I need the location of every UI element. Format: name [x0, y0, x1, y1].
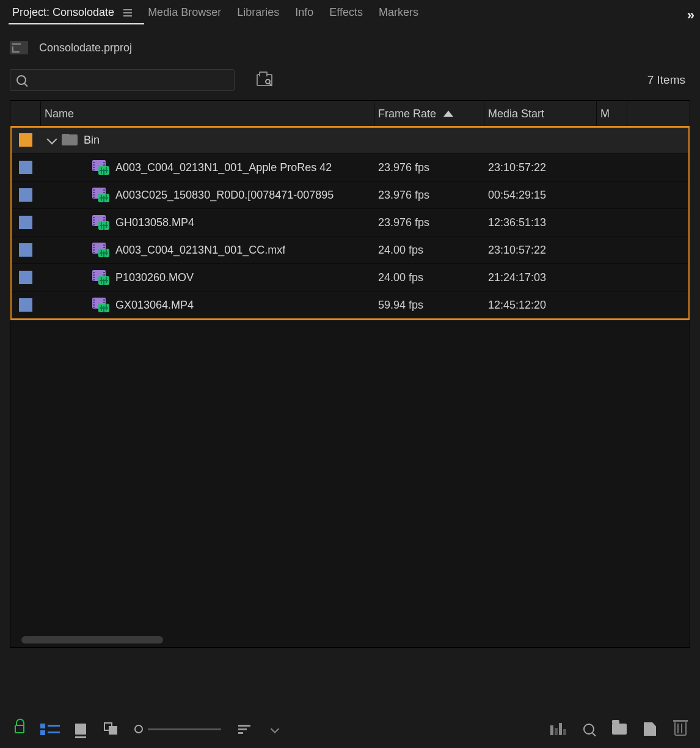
table-row[interactable]: P1030260.MOV 24.00 fps 21:24:17:03 [10, 264, 690, 292]
label-swatch[interactable] [19, 188, 32, 202]
table-header: Name Frame Rate Media Start M [10, 101, 690, 127]
automate-to-sequence-button[interactable] [551, 722, 566, 736]
chevron-down-icon[interactable] [47, 136, 56, 144]
tab-libraries[interactable]: Libraries [235, 1, 293, 26]
write-lock-toggle[interactable] [12, 722, 27, 736]
freeform-view-button[interactable] [104, 722, 118, 736]
th-next-col[interactable]: M [597, 101, 627, 127]
tab-project[interactable]: Project: Consolodate [10, 1, 145, 26]
new-item-icon [644, 722, 656, 736]
sort-icon [238, 725, 250, 734]
tab-markers[interactable]: Markers [376, 1, 432, 26]
freeform-view-icon [104, 722, 118, 736]
clip-framerate: 59.94 fps [374, 299, 484, 312]
clip-mediastart: 12:45:12:20 [484, 299, 597, 312]
search-row: 7 Items [0, 66, 700, 94]
label-swatch[interactable] [19, 243, 32, 257]
clip-name: GX013064.MP4 [115, 299, 194, 312]
tab-effects[interactable]: Effects [327, 1, 376, 26]
search-icon [16, 75, 26, 85]
label-swatch[interactable] [19, 216, 32, 229]
tab-info[interactable]: Info [293, 1, 327, 26]
av-clip-icon [92, 188, 109, 202]
clip-framerate: 23.976 fps [374, 161, 484, 174]
th-frame-rate-label: Frame Rate [378, 108, 436, 120]
thumbnail-zoom-slider[interactable] [134, 725, 221, 733]
panel-footer [0, 710, 700, 748]
project-filename: Consolodate.prproj [39, 42, 132, 54]
zoom-min-icon [134, 725, 143, 733]
th-media-start[interactable]: Media Start [484, 101, 597, 127]
horizontal-scrollbar[interactable] [21, 636, 163, 644]
av-clip-icon [92, 160, 109, 175]
tab-project-label: Project: Consolodate [12, 6, 114, 19]
clip-name-cell[interactable]: GH013058.MP4 [41, 215, 374, 230]
av-clip-icon [92, 298, 109, 312]
clip-framerate: 23.976 fps [374, 189, 484, 202]
new-item-button[interactable] [643, 722, 657, 736]
delete-button[interactable] [673, 722, 688, 736]
find-button[interactable] [582, 722, 596, 736]
project-subheader: Consolodate.prproj [0, 34, 700, 61]
av-clip-icon [92, 215, 109, 230]
tab-media-browser[interactable]: Media Browser [145, 1, 235, 26]
new-bin-icon [612, 724, 627, 735]
table-row[interactable]: GH013058.MP4 23.976 fps 12:36:51:13 [10, 209, 690, 237]
parent-bin-icon[interactable] [10, 41, 28, 54]
search-input[interactable] [31, 75, 228, 86]
search-icon [583, 724, 594, 735]
clip-mediastart: 12:36:51:13 [484, 216, 597, 229]
clip-framerate: 23.976 fps [374, 216, 484, 229]
clip-name: A003C025_150830_R0D0.[0078471-007895 [115, 189, 334, 202]
clip-name: A003_C004_0213N1_001_Apple ProRes 42 [115, 161, 332, 174]
clip-mediastart: 23:10:57:22 [484, 244, 597, 257]
th-swatch[interactable] [10, 101, 41, 127]
tab-underline [9, 23, 144, 24]
clip-name-cell[interactable]: A003C025_150830_R0D0.[0078471-007895 [41, 188, 374, 202]
zoom-track[interactable] [148, 728, 221, 730]
clip-mediastart: 00:54:29:15 [484, 189, 597, 202]
th-frame-rate[interactable]: Frame Rate [374, 101, 484, 127]
clip-name-cell[interactable]: P1030260.MOV [41, 270, 374, 285]
icon-view-icon [75, 724, 86, 735]
table-row-bin[interactable]: Bin [10, 127, 690, 154]
sort-button[interactable] [237, 722, 252, 736]
chevron-down-icon [271, 725, 279, 733]
clip-name: P1030260.MOV [115, 271, 194, 284]
icon-view-button[interactable] [73, 722, 88, 736]
label-swatch[interactable] [19, 271, 32, 284]
clip-name-cell[interactable]: A003_C004_0213N1_001_Apple ProRes 42 [41, 160, 374, 175]
clip-framerate: 24.00 fps [374, 244, 484, 257]
label-swatch[interactable] [19, 161, 32, 174]
bin-search-icon[interactable] [257, 74, 272, 86]
clip-name-cell[interactable]: GX013064.MP4 [41, 298, 374, 312]
bin-name-cell[interactable]: Bin [41, 134, 374, 147]
list-view-button[interactable] [43, 722, 57, 736]
sort-menu-button[interactable] [268, 722, 282, 736]
lock-open-icon [15, 725, 24, 733]
search-box[interactable] [10, 69, 235, 91]
new-bin-button[interactable] [612, 722, 627, 736]
th-name[interactable]: Name [41, 101, 374, 127]
automate-to-sequence-icon [550, 723, 566, 735]
label-swatch[interactable] [19, 133, 32, 147]
tabs-overflow-icon[interactable]: » [687, 7, 693, 23]
label-swatch[interactable] [19, 298, 32, 312]
bin-label: Bin [84, 134, 100, 147]
av-clip-icon [92, 270, 109, 285]
folder-icon [62, 134, 78, 145]
clip-mediastart: 23:10:57:22 [484, 161, 597, 174]
trash-icon [674, 722, 687, 736]
table-row[interactable]: A003_C004_0213N1_001_Apple ProRes 42 23.… [10, 154, 690, 182]
project-panel: Name Frame Rate Media Start M Bin A003_C… [10, 100, 690, 648]
clip-framerate: 24.00 fps [374, 271, 484, 284]
clip-name-cell[interactable]: A003_C004_0213N1_001_CC.mxf [41, 243, 374, 257]
list-view-icon [40, 724, 60, 735]
table-row[interactable]: GX013064.MP4 59.94 fps 12:45:12:20 [10, 292, 690, 319]
sort-asc-icon [443, 111, 453, 117]
table-row[interactable]: A003_C004_0213N1_001_CC.mxf 24.00 fps 23… [10, 237, 690, 264]
table-row[interactable]: A003C025_150830_R0D0.[0078471-007895 23.… [10, 182, 690, 209]
panel-menu-icon[interactable] [123, 7, 132, 18]
item-count: 7 Items [647, 73, 690, 87]
clip-name: GH013058.MP4 [115, 216, 194, 229]
